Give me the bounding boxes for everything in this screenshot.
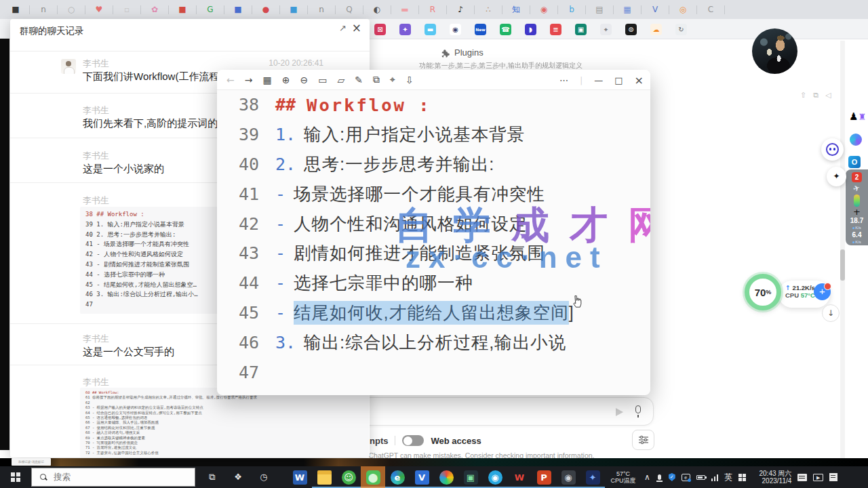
taskbar-app-button[interactable]: ✦: [580, 466, 605, 488]
video-tray-icon[interactable]: ▶: [813, 474, 823, 481]
hidden-icons-chevron[interactable]: ∧: [644, 472, 650, 482]
bookmark-icon[interactable]: ☁: [650, 24, 662, 35]
browser-tab-favicon[interactable]: ∴: [484, 0, 493, 19]
battery-icon[interactable]: [696, 475, 705, 480]
browser-tab-favicon[interactable]: ■: [178, 0, 187, 19]
cpu-usage-ring[interactable]: 70%: [745, 274, 781, 310]
browser-tab-favicon[interactable]: ●: [261, 0, 271, 19]
notification-center-icon[interactable]: [797, 474, 807, 481]
viewer-tool-icon[interactable]: ⊕: [282, 75, 290, 85]
browser-tab-favicon[interactable]: 知: [511, 0, 521, 19]
page-scrollbar[interactable]: [840, 41, 845, 458]
browser-tab-favicon[interactable]: ■: [289, 0, 298, 19]
taskbar-app-button[interactable]: W: [288, 466, 312, 488]
quick-add-button[interactable]: +: [814, 283, 831, 300]
minimize-icon[interactable]: —: [594, 75, 603, 85]
viewer-tool-icon[interactable]: ⊖: [300, 75, 308, 85]
chess-extension-icon[interactable]: ♟♜: [849, 110, 866, 123]
viewer-tool-icon[interactable]: ✎: [355, 75, 363, 85]
browser-tab-favicon[interactable]: R: [428, 0, 437, 19]
taskbar-tool-icon[interactable]: ⧉: [199, 466, 225, 488]
bookmark-icon[interactable]: ↻: [675, 24, 687, 35]
browser-tab-favicon[interactable]: ▤: [595, 0, 604, 19]
bookmark-icon[interactable]: ☎: [500, 24, 511, 35]
viewer-tool-icon[interactable]: ⇩: [406, 75, 414, 85]
close-icon[interactable]: ×: [352, 21, 361, 35]
notes-tray-icon[interactable]: [829, 473, 837, 481]
close-icon[interactable]: ×: [635, 74, 644, 87]
viewer-tool-icon[interactable]: ▦: [262, 75, 271, 85]
taskbar-search[interactable]: [31, 468, 195, 487]
ime-indicator[interactable]: 英: [724, 472, 732, 483]
assistant-bubble-button[interactable]: [821, 138, 844, 161]
browser-tab-favicon[interactable]: C: [706, 0, 715, 19]
microphone-icon[interactable]: [635, 405, 641, 413]
bookmark-icon[interactable]: ◗: [525, 24, 536, 35]
browser-tab-favicon[interactable]: ○: [66, 0, 76, 19]
touch-keyboard-icon[interactable]: [738, 474, 746, 481]
bookmark-icon[interactable]: New: [475, 24, 486, 35]
browser-tab-favicon[interactable]: ◐: [372, 0, 382, 19]
browser-tab-favicon[interactable]: ▫: [122, 0, 132, 19]
web-access-toggle[interactable]: [402, 435, 424, 446]
bookmark-icon[interactable]: ▣: [575, 24, 587, 35]
chat-input-box[interactable]: [361, 397, 654, 426]
prompts-label-partial[interactable]: npts: [370, 436, 388, 446]
security-shield-icon[interactable]: ✓: [669, 473, 675, 481]
settings-sliders-button[interactable]: [632, 430, 654, 450]
network-signal-icon[interactable]: [711, 474, 719, 481]
browser-tab-favicon[interactable]: ♪: [456, 0, 465, 19]
browser-tab-favicon[interactable]: ◎: [678, 0, 688, 19]
bookmark-icon[interactable]: ✦: [399, 24, 411, 35]
forward-icon[interactable]: ↗: [339, 23, 347, 33]
viewer-tool-icon[interactable]: ⌖: [390, 74, 395, 85]
gradient-capsule-icon[interactable]: [854, 195, 860, 207]
taskbar-app-button[interactable]: V: [410, 466, 434, 488]
scroll-down-button[interactable]: ↓: [822, 304, 840, 322]
start-button[interactable]: [0, 466, 31, 488]
taskbar-app-button[interactable]: P: [532, 466, 556, 488]
more-menu-icon[interactable]: ⋯: [559, 75, 568, 85]
thumbs-icon[interactable]: ⇧: [800, 91, 806, 100]
taskbar-tool-icon[interactable]: ❖: [225, 466, 251, 488]
microphone-tray-icon[interactable]: [658, 474, 661, 480]
browser-tab-favicon[interactable]: ▦: [623, 0, 632, 19]
browser-tab-favicon[interactable]: ◉: [539, 0, 549, 19]
browser-tab-favicon[interactable]: Q: [344, 0, 354, 19]
browser-tab-favicon[interactable]: ✿: [150, 0, 159, 19]
taskbar-app-button[interactable]: ▣: [458, 466, 483, 488]
taskbar-app-button[interactable]: e: [385, 466, 410, 488]
search-input[interactable]: [54, 472, 169, 482]
outlook-icon[interactable]: O: [848, 156, 861, 168]
browser-tab-favicon[interactable]: n: [39, 0, 48, 19]
browser-tab-favicon[interactable]: G: [205, 0, 215, 19]
plugins-header[interactable]: Plugins: [441, 47, 484, 58]
notification-badge[interactable]: 2: [852, 172, 862, 182]
viewer-tool-icon[interactable]: ▱: [337, 75, 344, 85]
browser-tab-favicon[interactable]: V: [650, 0, 660, 19]
send-icon[interactable]: [616, 408, 623, 416]
taskbar-app-button[interactable]: [434, 466, 458, 488]
bookmark-icon[interactable]: ⊠: [374, 24, 386, 35]
bookmark-icon[interactable]: ◉: [450, 24, 461, 35]
browser-tray-icon[interactable]: e: [682, 474, 690, 481]
viewer-tool-icon[interactable]: ▭: [318, 75, 327, 85]
dock-add-icon[interactable]: +: [853, 208, 861, 216]
telegram-plane-icon[interactable]: ✈: [852, 183, 862, 194]
taskbar-app-button[interactable]: [312, 466, 336, 488]
copy-icon[interactable]: ⧉: [813, 91, 818, 100]
browser-tab-favicon[interactable]: ■: [233, 0, 243, 19]
browser-tab-favicon[interactable]: ■: [11, 0, 20, 19]
taskbar-app-button[interactable]: ☺: [336, 466, 361, 488]
taskbar-clock[interactable]: 20:43 周六2023/11/4: [752, 470, 791, 485]
speaker-icon[interactable]: ◁: [825, 91, 831, 100]
taskbar-app-button[interactable]: ⬤: [361, 466, 385, 488]
bookmark-icon[interactable]: ⊜: [625, 24, 637, 35]
browser-tab-favicon[interactable]: ♥: [94, 0, 104, 19]
ai-sparkle-button[interactable]: ✦: [827, 167, 846, 186]
cpu-temp-tray[interactable]: 57°CCPU温度: [608, 470, 638, 484]
scrollbar-thumb[interactable]: [840, 249, 845, 281]
browser-tab-favicon[interactable]: b: [567, 0, 576, 19]
viewer-tool-icon[interactable]: ←: [226, 75, 235, 85]
bookmark-icon[interactable]: ≣: [550, 24, 561, 35]
